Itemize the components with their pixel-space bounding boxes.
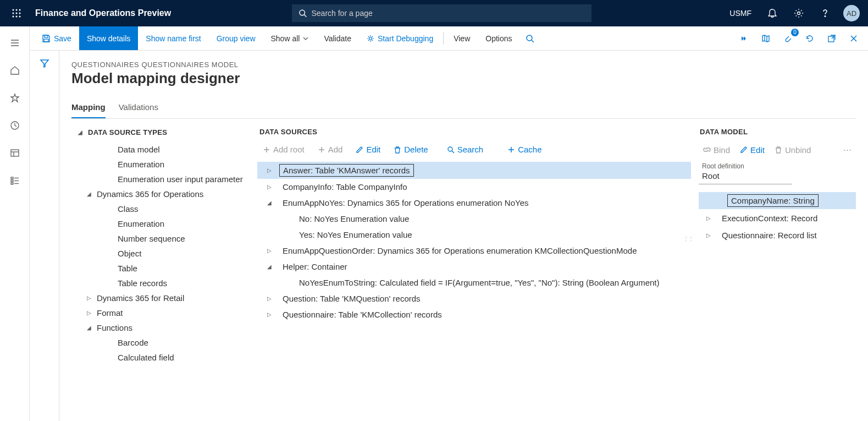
data-source-row[interactable]: ▷Answer: Table 'KMAnswer' records [257, 162, 691, 179]
grip-icon[interactable]: ⋮⋮ [683, 236, 693, 242]
data-source-row[interactable]: No: NoYes Enumeration value [257, 211, 691, 227]
tree-node[interactable]: ◢Functions [71, 320, 251, 335]
expander-icon[interactable] [106, 249, 114, 258]
tree-node[interactable]: Object [71, 246, 251, 261]
group-view-button[interactable]: Group view [209, 26, 263, 50]
expander-icon[interactable] [106, 264, 114, 273]
close-icon[interactable] [844, 29, 864, 48]
attachments-icon[interactable]: 0 [778, 29, 798, 48]
refresh-icon[interactable] [800, 29, 820, 48]
cache-button[interactable]: Cache [502, 143, 547, 156]
tree-node[interactable]: Data model [71, 142, 251, 157]
expander-icon[interactable] [281, 215, 290, 223]
help-icon[interactable] [814, 2, 836, 24]
filter-icon[interactable] [40, 58, 49, 421]
tree-node[interactable]: Number sequence [71, 231, 251, 246]
data-source-row[interactable]: ▷EnumAppQuestionOrder: Dynamics 365 for … [257, 243, 691, 259]
user-avatar[interactable]: AD [841, 2, 863, 24]
search-input[interactable] [311, 9, 585, 18]
start-debugging-button[interactable]: Start Debugging [359, 26, 441, 50]
expander-icon[interactable]: ◢ [265, 263, 274, 271]
collapse-icon[interactable]: ◢ [76, 128, 85, 136]
data-source-row[interactable]: ◢EnumAppNoYes: Dynamics 365 for Operatio… [257, 195, 691, 211]
global-search[interactable] [292, 4, 591, 22]
tree-node[interactable]: Enumeration [71, 157, 251, 172]
notifications-icon[interactable] [761, 2, 783, 24]
expander-icon[interactable]: ◢ [85, 190, 93, 199]
tab-validations[interactable]: Validations [119, 98, 158, 118]
show-name-first-button[interactable]: Show name first [138, 26, 208, 50]
expander-icon[interactable]: ◢ [265, 199, 274, 207]
tree-node[interactable]: Table records [71, 276, 251, 291]
workspaces-icon[interactable] [3, 141, 27, 165]
options-button[interactable]: Options [478, 26, 519, 50]
settings-icon[interactable] [788, 2, 810, 24]
data-source-row[interactable]: NoYesEnumToString: Calculated field = IF… [257, 275, 691, 291]
expander-icon[interactable] [106, 160, 114, 169]
expander-icon[interactable]: ▷ [265, 183, 274, 192]
expander-icon[interactable] [106, 205, 114, 214]
recent-icon[interactable] [3, 113, 27, 138]
hamburger-icon[interactable] [3, 31, 27, 55]
popout-icon[interactable] [822, 29, 842, 48]
edit-button[interactable]: Edit [350, 143, 386, 156]
company-label[interactable]: USMF [724, 9, 757, 18]
data-model-row[interactable]: CompanyName: String [699, 192, 856, 209]
map-icon[interactable] [756, 29, 776, 48]
tree-node[interactable]: Enumeration [71, 216, 251, 231]
connect-icon[interactable] [734, 29, 754, 48]
data-source-row[interactable]: ▷Questionnaire: Table 'KMCollection' rec… [257, 307, 691, 322]
expander-icon[interactable] [106, 338, 114, 347]
tree-node[interactable]: ▷Dynamics 365 for Retail [71, 291, 251, 305]
source-types-tree[interactable]: Data modelEnumerationEnumeration user in… [71, 142, 253, 365]
expander-icon[interactable]: ◢ [85, 324, 93, 332]
expander-icon[interactable]: ▷ [265, 166, 274, 175]
favorites-icon[interactable] [3, 86, 27, 110]
tree-node[interactable]: ▷Format [71, 305, 251, 320]
data-model-row[interactable]: ▷Questionnaire: Record list [699, 227, 856, 243]
more-icon[interactable]: ⋯ [839, 144, 856, 156]
data-source-row[interactable]: Yes: NoYes Enumeration value [257, 227, 691, 243]
root-definition-value[interactable]: Root [699, 170, 792, 184]
tree-node[interactable]: ◢Dynamics 365 for Operations [71, 187, 251, 201]
expander-icon[interactable]: ▷ [85, 294, 93, 303]
show-all-dropdown[interactable]: Show all [263, 26, 317, 50]
expander-icon[interactable]: ▷ [265, 310, 274, 319]
tree-node[interactable]: Class [71, 201, 251, 216]
modules-icon[interactable] [3, 168, 27, 193]
save-button[interactable]: Save [34, 26, 79, 50]
dm-edit-button[interactable]: Edit [736, 144, 769, 156]
expander-icon[interactable] [106, 279, 114, 288]
data-source-row[interactable]: ◢Helper: Container [257, 259, 691, 275]
expander-icon[interactable]: ▷ [704, 231, 713, 240]
search-button[interactable]: Search [441, 143, 489, 156]
expander-icon[interactable]: ▷ [265, 294, 274, 303]
tree-node[interactable]: Calculated field [71, 350, 251, 365]
expander-icon[interactable]: ▷ [704, 214, 713, 223]
view-button[interactable]: View [446, 26, 478, 50]
expander-icon[interactable] [106, 145, 114, 154]
expander-icon[interactable] [281, 278, 290, 287]
expander-icon[interactable] [106, 220, 114, 228]
expander-icon[interactable] [106, 175, 114, 184]
data-model-tree[interactable]: CompanyName: String▷ExecutionContext: Re… [699, 192, 856, 243]
expander-icon[interactable] [106, 353, 114, 362]
data-source-row[interactable]: ▷CompanyInfo: Table CompanyInfo [257, 179, 691, 195]
find-icon[interactable] [520, 29, 540, 48]
waffle-icon[interactable] [8, 4, 25, 22]
data-model-row[interactable]: ▷ExecutionContext: Record [699, 210, 856, 226]
tree-node[interactable]: Table [71, 261, 251, 276]
home-icon[interactable] [3, 58, 27, 83]
data-sources-tree[interactable]: ▷Answer: Table 'KMAnswer' records▷Compan… [257, 162, 691, 322]
validate-button[interactable]: Validate [316, 26, 359, 50]
tree-node[interactable]: Barcode [71, 335, 251, 350]
expander-icon[interactable] [106, 234, 114, 243]
expander-icon[interactable] [281, 231, 290, 239]
expander-icon[interactable]: ▷ [265, 247, 274, 255]
expander-icon[interactable]: ▷ [85, 309, 93, 318]
data-source-row[interactable]: ▷Question: Table 'KMQuestion' records [257, 291, 691, 307]
show-details-button[interactable]: Show details [79, 26, 138, 50]
delete-button[interactable]: Delete [388, 143, 433, 156]
tree-node[interactable]: Enumeration user input parameter [71, 172, 251, 187]
tab-mapping[interactable]: Mapping [71, 98, 106, 118]
